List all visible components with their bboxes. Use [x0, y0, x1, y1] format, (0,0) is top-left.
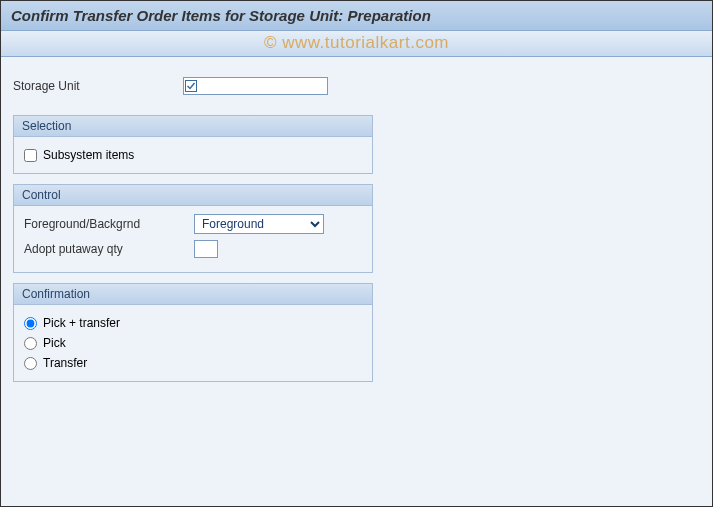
- storage-unit-label: Storage Unit: [13, 77, 183, 95]
- pick-radio[interactable]: [24, 337, 37, 350]
- transfer-label: Transfer: [43, 356, 87, 370]
- confirmation-option-transfer[interactable]: Transfer: [24, 353, 362, 373]
- confirmation-option-pick-transfer[interactable]: Pick + transfer: [24, 313, 362, 333]
- title-bar: Confirm Transfer Order Items for Storage…: [1, 1, 712, 31]
- selection-group: Selection Subsystem items: [13, 115, 373, 174]
- fg-bg-select[interactable]: Foreground: [194, 214, 324, 234]
- selection-group-title: Selection: [14, 116, 372, 137]
- pick-transfer-label: Pick + transfer: [43, 316, 120, 330]
- adopt-putaway-input[interactable]: [194, 240, 218, 258]
- app-toolbar: [1, 31, 712, 57]
- storage-unit-row: Storage Unit: [13, 77, 700, 95]
- fg-bg-row: Foreground/Backgrnd Foreground: [24, 214, 362, 234]
- confirmation-option-pick[interactable]: Pick: [24, 333, 362, 353]
- control-group-title: Control: [14, 185, 372, 206]
- content-area: Storage Unit Selection Subsystem items C…: [1, 57, 712, 506]
- storage-unit-input[interactable]: [183, 77, 328, 95]
- transfer-radio[interactable]: [24, 357, 37, 370]
- control-group: Control Foreground/Backgrnd Foreground A…: [13, 184, 373, 273]
- confirmation-group: Confirmation Pick + transfer Pick Transf…: [13, 283, 373, 382]
- subsystem-items-row[interactable]: Subsystem items: [24, 145, 362, 165]
- page-title: Confirm Transfer Order Items for Storage…: [11, 7, 702, 24]
- adopt-putaway-label: Adopt putaway qty: [24, 240, 194, 258]
- fg-bg-label: Foreground/Backgrnd: [24, 215, 194, 233]
- confirmation-group-title: Confirmation: [14, 284, 372, 305]
- subsystem-items-label: Subsystem items: [43, 148, 134, 162]
- adopt-putaway-row: Adopt putaway qty: [24, 240, 362, 258]
- pick-transfer-radio[interactable]: [24, 317, 37, 330]
- subsystem-items-checkbox[interactable]: [24, 149, 37, 162]
- pick-label: Pick: [43, 336, 66, 350]
